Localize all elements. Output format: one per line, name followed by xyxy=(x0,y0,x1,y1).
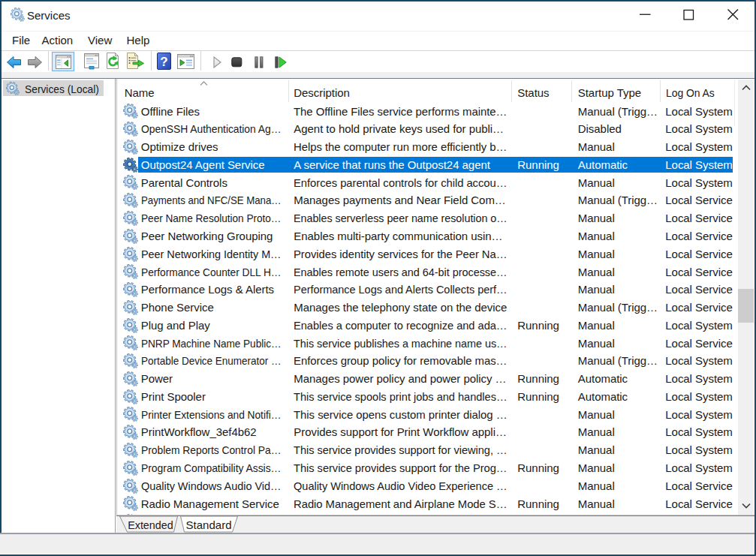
svg-text:?: ? xyxy=(160,55,167,69)
svg-text:Extended: Extended xyxy=(128,518,173,531)
svg-text:Standard: Standard xyxy=(186,518,232,531)
